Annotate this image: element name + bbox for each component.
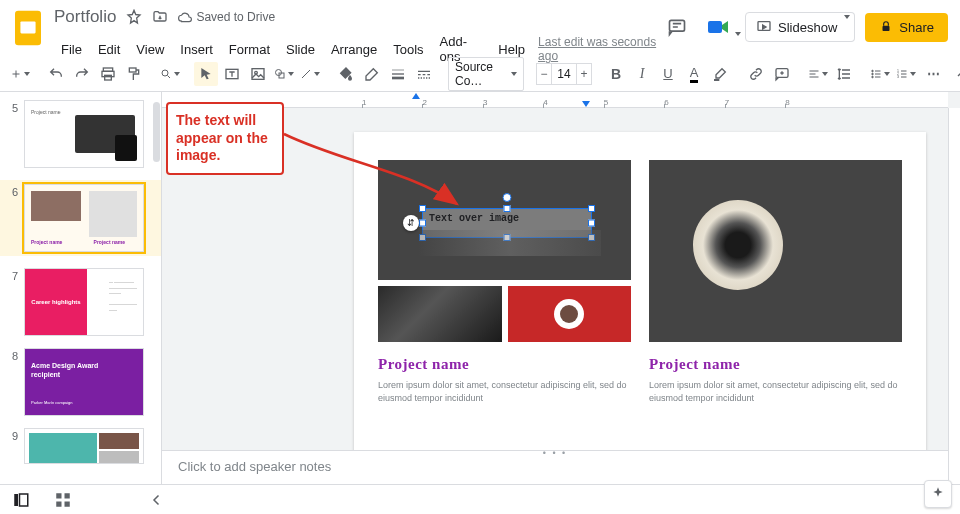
svg-rect-3: [708, 21, 722, 33]
font-size-decrease[interactable]: −: [536, 63, 552, 85]
print-button[interactable]: [96, 62, 120, 86]
italic-button[interactable]: I: [630, 62, 654, 86]
project1-sub-image-2[interactable]: [508, 286, 632, 342]
saved-to-drive[interactable]: Saved to Drive: [178, 10, 275, 24]
slide-thumb-7[interactable]: Career highlights — ————————————————————…: [24, 268, 144, 336]
paint-format-button[interactable]: [122, 62, 146, 86]
border-dash-button[interactable]: [412, 62, 436, 86]
resize-handle[interactable]: [588, 234, 595, 241]
project1-desc[interactable]: Lorem ipsum dolor sit amet, consectetur …: [378, 379, 631, 404]
selected-text-box[interactable]: ⇵ Text over image: [422, 208, 592, 238]
border-color-button[interactable]: [360, 62, 384, 86]
slide-thumb-6[interactable]: Project name Project name: [24, 184, 144, 252]
bulleted-list-button[interactable]: [868, 62, 892, 86]
menu-slide[interactable]: Slide: [279, 40, 322, 59]
font-size-increase[interactable]: +: [576, 63, 592, 85]
insert-comment-button[interactable]: [770, 62, 794, 86]
explore-button[interactable]: [924, 480, 952, 508]
slide-thumb-5[interactable]: Project name: [24, 100, 144, 168]
new-slide-button[interactable]: [8, 62, 32, 86]
notes-drag-handle[interactable]: • • •: [543, 448, 567, 458]
ruler-tick: 1: [362, 98, 366, 107]
text-color-button[interactable]: A: [682, 62, 706, 86]
slide-thumb-8[interactable]: Acme Design Award recipient Parker Marín…: [24, 348, 144, 416]
menu-view[interactable]: View: [129, 40, 171, 59]
collapse-toolbar-button[interactable]: [950, 62, 960, 86]
resize-handle[interactable]: [419, 220, 426, 227]
doc-title[interactable]: Portfolio: [54, 7, 116, 27]
menu-tools[interactable]: Tools: [386, 40, 430, 59]
font-size-value[interactable]: 14: [552, 63, 576, 85]
more-tools-button[interactable]: ⋯: [922, 62, 946, 86]
select-tool[interactable]: [194, 62, 218, 86]
slides-app-icon[interactable]: [12, 6, 44, 50]
undo-button[interactable]: [44, 62, 68, 86]
ruler-indent-marker[interactable]: [412, 93, 420, 99]
font-family-select[interactable]: Source Co…: [448, 57, 524, 91]
rotate-handle-icon[interactable]: [503, 193, 512, 202]
move-folder-icon[interactable]: [152, 9, 168, 25]
resize-handle[interactable]: [588, 205, 595, 212]
menu-edit[interactable]: Edit: [91, 40, 127, 59]
star-icon[interactable]: [126, 9, 142, 25]
bold-button[interactable]: B: [604, 62, 628, 86]
project1-sub-image-1[interactable]: [378, 286, 502, 342]
image-tool[interactable]: [246, 62, 270, 86]
svg-rect-9: [129, 68, 136, 72]
align-button[interactable]: [806, 62, 830, 86]
project1-title[interactable]: Project name: [378, 356, 631, 373]
thumb7-title: Career highlights: [25, 269, 87, 335]
speaker-notes[interactable]: • • • Click to add speaker notes: [162, 450, 948, 484]
fill-color-button[interactable]: [334, 62, 358, 86]
svg-rect-5: [883, 26, 890, 31]
menu-arrange[interactable]: Arrange: [324, 40, 384, 59]
slideshow-button[interactable]: Slideshow: [745, 12, 848, 42]
filmstrip-view-icon[interactable]: [12, 491, 30, 509]
resize-handle[interactable]: [419, 205, 426, 212]
share-button[interactable]: Share: [865, 13, 948, 42]
slide-thumb-9[interactable]: [24, 428, 144, 464]
textbox-tool[interactable]: [220, 62, 244, 86]
thumb-scrollbar[interactable]: [151, 92, 161, 484]
redo-button[interactable]: [70, 62, 94, 86]
resize-handle[interactable]: [504, 205, 511, 212]
shape-tool[interactable]: [272, 62, 296, 86]
project2-desc[interactable]: Lorem ipsum dolor sit amet, consectetur …: [649, 379, 902, 404]
vertical-scrollbar[interactable]: [948, 108, 960, 484]
textbox-text[interactable]: Text over image: [423, 209, 591, 229]
thumb-number: 6: [8, 184, 18, 198]
collapse-filmstrip-icon[interactable]: [148, 491, 166, 509]
border-weight-button[interactable]: [386, 62, 410, 86]
slideshow-dropdown[interactable]: [838, 12, 855, 42]
project2-main-image[interactable]: [649, 160, 902, 342]
meet-icon[interactable]: [701, 10, 735, 44]
highlight-color-button[interactable]: [708, 62, 732, 86]
insert-link-button[interactable]: [744, 62, 768, 86]
thumb6-cap1: Project name: [31, 239, 62, 245]
menu-help[interactable]: Help: [491, 40, 532, 59]
resize-handle[interactable]: [588, 220, 595, 227]
line-tool[interactable]: [298, 62, 322, 86]
slide-canvas[interactable]: ⇵ Text over image Project name Lorem ips…: [354, 132, 926, 454]
share-label: Share: [899, 20, 934, 35]
comments-icon[interactable]: [663, 13, 691, 41]
project-card-1: ⇵ Text over image Project name Lorem ips…: [378, 160, 631, 436]
menu-format[interactable]: Format: [222, 40, 277, 59]
svg-rect-25: [56, 493, 61, 498]
underline-button[interactable]: U: [656, 62, 680, 86]
menu-file[interactable]: File: [54, 40, 89, 59]
resize-handle[interactable]: [504, 234, 511, 241]
thumbnail-panel: 5 Project name 6 Project name Project na…: [0, 92, 162, 484]
numbered-list-button[interactable]: 123: [894, 62, 918, 86]
project2-title[interactable]: Project name: [649, 356, 902, 373]
line-spacing-button[interactable]: [832, 62, 856, 86]
project1-main-image[interactable]: ⇵ Text over image: [378, 160, 631, 280]
ruler-indent-marker[interactable]: [582, 101, 590, 107]
autofit-icon[interactable]: ⇵: [403, 215, 419, 231]
last-edit-link[interactable]: Last edit was seconds ago: [538, 35, 663, 63]
zoom-button[interactable]: [158, 62, 182, 86]
grid-view-icon[interactable]: [54, 491, 72, 509]
resize-handle[interactable]: [419, 234, 426, 241]
menu-insert[interactable]: Insert: [173, 40, 220, 59]
svg-rect-1: [20, 22, 35, 34]
